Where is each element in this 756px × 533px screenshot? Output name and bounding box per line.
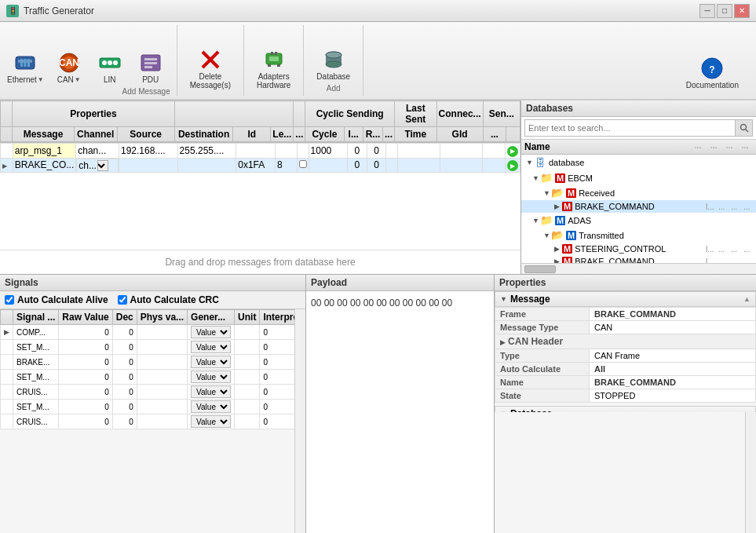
signal-row-setm1[interactable]: SET_M... 0 0 Value 0 [1, 340, 295, 355]
pdu-icon [138, 50, 163, 75]
properties-panel: Properties ▼ Message ▲ Frame BRAKE_COMMA… [495, 275, 756, 533]
props-message-section[interactable]: ▼ Message ▲ [495, 291, 756, 307]
svg-rect-20 [271, 52, 273, 55]
svg-rect-14 [144, 62, 157, 64]
signal-dec-setm1: 0 [112, 340, 137, 355]
adas-badge: M [555, 216, 565, 225]
svg-point-26 [326, 61, 341, 68]
props-db-collapse-btn[interactable]: ▲ [743, 410, 751, 412]
signal-row-cruis1[interactable]: CRUIS... 0 0 Value 0 [1, 385, 295, 400]
signal-row-setm3[interactable]: SET_M... 0 0 Value 0 [1, 400, 295, 414]
scrollbar-thumb[interactable] [524, 265, 556, 273]
tree-item-adas[interactable]: ▼ 📁 M ADAS [521, 213, 756, 228]
signals-table: Signal ... Raw Value Dec Phys va... Gene… [0, 309, 294, 429]
tree-item-transmitted[interactable]: ▼ 📂 M Transmitted [521, 228, 756, 243]
tree-item-ebcm[interactable]: ▼ 📁 M EBCM [521, 170, 756, 185]
signal-gen-comp[interactable]: Value [188, 325, 235, 340]
ethernet-icon [13, 50, 38, 75]
tree-item-brake-cmd-1[interactable]: ▶ M BRAKE_COMMAND l... ... ... ... [521, 200, 756, 213]
db-scrollbar-h[interactable] [521, 263, 756, 274]
expand-ebcm[interactable]: ▼ [532, 174, 540, 182]
delete-button[interactable]: Delete Message(s) [185, 44, 236, 93]
close-button[interactable]: ✕ [734, 4, 750, 18]
ethernet-button[interactable]: Ethernet ▼ [3, 47, 48, 87]
adapters-button[interactable]: Adapters Hardware [252, 44, 295, 93]
db-search-input[interactable] [524, 119, 736, 137]
props-value-name: BRAKE_COMMAND [590, 376, 756, 389]
expand-database[interactable]: ▼ [526, 159, 534, 166]
signal-row-setm2[interactable]: SET_M... 0 0 Value 0 [1, 370, 295, 385]
signal-gen-select-setm3[interactable]: Value [191, 400, 231, 413]
col-cycle: Cycle [305, 127, 344, 142]
table-row[interactable]: ▶ BRAKE_CO... ch... ▼ 0x1FA 8 [1, 158, 520, 173]
delete-icon [198, 47, 223, 72]
auto-calc-alive-label[interactable]: Auto Calculate Alive [5, 294, 108, 305]
props-scrollbar-v[interactable] [745, 412, 756, 533]
documentation-button[interactable]: ? Documentation [681, 53, 743, 93]
ebcm-badge: M [555, 173, 565, 183]
svg-rect-22 [268, 64, 271, 67]
top-section: Properties Cyclic Sending Last Sent Conn… [0, 100, 756, 275]
row2-check[interactable] [299, 160, 307, 168]
can-button[interactable]: CAN CAN ▼ [49, 47, 89, 87]
channel-select[interactable]: ▼ [97, 160, 108, 171]
search-icon[interactable] [736, 119, 753, 137]
signal-gen-select-brake[interactable]: Value [191, 356, 231, 368]
expand-received[interactable]: ▼ [543, 189, 551, 197]
lin-label: LIN [104, 75, 116, 84]
cyclic-sending-header: Cyclic Sending [305, 101, 395, 127]
auto-calc-crc-checkbox[interactable] [118, 295, 127, 305]
props-label-frame: Frame [495, 308, 590, 321]
signal-gen-select-cruis2[interactable]: Value [191, 415, 231, 428]
col-dec: Dec [112, 310, 137, 325]
svg-text:CAN: CAN [59, 57, 79, 68]
titlebar-controls[interactable]: ─ □ ✕ [699, 4, 750, 18]
database-button[interactable]: Database [312, 44, 355, 84]
signal-row-comp[interactable]: ▶ COMP... 0 0 Value [1, 325, 295, 340]
auto-calc-alive-checkbox[interactable] [5, 295, 14, 305]
signal-gen-select-setm2[interactable]: Value [191, 371, 231, 383]
props-expand-can[interactable]: ▶ [500, 338, 506, 346]
signals-table-container: Signal ... Raw Value Dec Phys va... Gene… [0, 309, 294, 533]
add-message-buttons: Ethernet ▼ CAN CAN ▼ LIN [3, 47, 170, 87]
props-database-section[interactable]: ▼ Database ▲ [495, 406, 756, 412]
props-expand-message[interactable]: ▼ [500, 295, 507, 303]
signal-gen-select-cruis1[interactable]: Value [191, 385, 231, 398]
col-phys: Phys va... [137, 310, 187, 325]
props-row-auto-calc: Auto Calculate All [495, 363, 756, 376]
props-row-can-header[interactable]: ▶ CAN Header [495, 334, 756, 349]
transmitted-badge: M [566, 231, 576, 240]
props-value-state: STOPPED [590, 389, 756, 403]
expand-brake-1[interactable]: ▶ [554, 203, 562, 210]
expand-adas[interactable]: ▼ [532, 217, 540, 225]
props-value-auto-calc: All [590, 363, 756, 376]
lin-button[interactable]: LIN [90, 47, 130, 87]
table-row[interactable]: arp_msg_1 chan... 192.168.... 255.255...… [1, 144, 520, 159]
signal-name-setm1: SET_M... [13, 340, 59, 355]
signals-panel: Signals Auto Calculate Alive Auto Calcul… [0, 275, 306, 533]
expand-brake-2[interactable]: ▶ [554, 257, 562, 263]
signals-scrollbar-v[interactable] [294, 309, 305, 533]
tree-item-database[interactable]: ▼ 🗄 database [521, 155, 756, 170]
props-collapse-btn[interactable]: ▲ [743, 295, 751, 303]
signal-row-cruis2[interactable]: CRUIS... 0 0 Value 0 [1, 414, 295, 429]
props-expand-database[interactable]: ▼ [500, 410, 507, 412]
database-icon: 🗄 [534, 156, 546, 169]
signal-row-brake[interactable]: BRAKE... 0 0 Value 0 [1, 355, 295, 370]
signal-gen-select-comp[interactable]: Value [191, 326, 231, 338]
expand-steering[interactable]: ▶ [554, 245, 562, 253]
signal-gen-select-setm1[interactable]: Value [191, 341, 231, 353]
col-time: Time [395, 127, 437, 142]
pdu-button[interactable]: PDU [131, 47, 170, 87]
auto-calc-crc-label[interactable]: Auto Calculate CRC [118, 294, 219, 305]
tree-item-steering[interactable]: ▶ M STEERING_CONTROL l... ... ... ... [521, 243, 756, 255]
expand-comp[interactable]: ▶ [1, 325, 13, 340]
minimize-button[interactable]: ─ [699, 4, 715, 18]
tree-item-brake-cmd-2[interactable]: ▶ M BRAKE_COMMAND l... ... ... ... [521, 255, 756, 263]
can-arrow: ▼ [75, 76, 81, 83]
svg-rect-13 [144, 58, 157, 60]
payload-panel: Payload 00 00 00 00 00 00 00 00 00 00 00 [306, 275, 495, 533]
tree-item-received[interactable]: ▼ 📂 M Received [521, 185, 756, 200]
expand-transmitted[interactable]: ▼ [543, 232, 551, 239]
maximize-button[interactable]: □ [717, 4, 732, 18]
